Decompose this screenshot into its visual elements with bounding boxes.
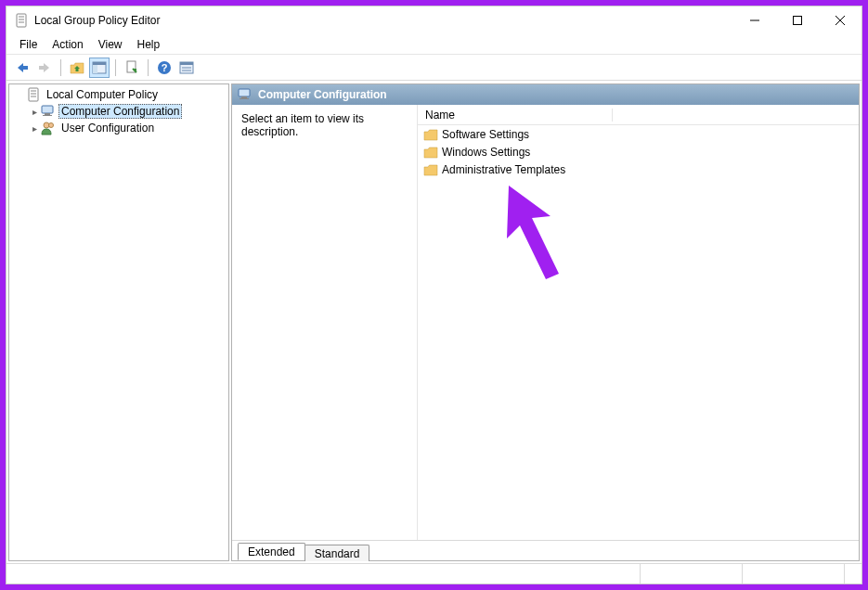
tree-node-label: Computer Configuration [58,104,182,119]
tree-root-label: Local Computer Policy [44,88,161,101]
toolbar-back-button[interactable] [12,58,32,78]
status-grip[interactable] [845,564,862,584]
content-pane: Computer Configuration Select an item to… [231,83,860,561]
tree-node-user-configuration[interactable]: ▸ User Configuration [9,120,228,136]
menu-view[interactable]: View [91,36,130,53]
status-bar [6,563,862,584]
tab-extended[interactable]: Extended [238,543,305,560]
toolbar-separator [60,59,61,76]
list-header[interactable]: Name [418,105,859,125]
window-title: Local Group Policy Editor [34,14,733,27]
users-icon [41,121,56,135]
svg-rect-24 [42,106,53,113]
toolbar-show-tree-button[interactable] [89,58,110,78]
toolbar-properties-button[interactable] [176,58,197,78]
svg-point-28 [49,123,54,128]
menu-action[interactable]: Action [45,36,90,53]
svg-rect-17 [180,62,193,65]
list-item-label: Windows Settings [442,146,530,159]
tab-standard[interactable]: Standard [304,545,370,561]
list-column: Name Software Settings Windows Settings … [418,105,859,540]
svg-rect-9 [39,66,45,70]
title-bar: Local Group Policy Editor [6,6,862,34]
svg-rect-8 [22,66,28,70]
toolbar-separator [148,59,149,76]
folder-icon [423,146,438,159]
computer-icon [238,87,253,102]
status-cell [6,564,641,584]
svg-rect-0 [17,14,26,27]
svg-rect-12 [93,65,97,73]
svg-text:?: ? [162,62,168,73]
folder-icon [423,128,438,141]
column-header-name[interactable]: Name [418,109,613,122]
status-cell [743,564,845,584]
list-item-label: Software Settings [442,128,529,141]
svg-rect-5 [794,17,802,25]
status-cell [641,564,743,584]
window-controls [733,6,862,34]
svg-rect-26 [43,115,52,116]
toolbar-export-button[interactable] [122,58,142,78]
minimize-button[interactable] [733,6,776,34]
close-button[interactable] [819,6,862,34]
policy-icon [26,87,41,102]
content-header-title: Computer Configuration [258,88,387,101]
tree-root[interactable]: Local Computer Policy [9,86,228,103]
toolbar-up-button[interactable] [67,58,87,78]
list-item-software-settings[interactable]: Software Settings [418,125,859,143]
list-item-label: Administrative Templates [442,163,565,176]
toolbar-help-button[interactable]: ? [154,58,175,78]
list-item-windows-settings[interactable]: Windows Settings [418,143,859,160]
list-item-administrative-templates[interactable]: Administrative Templates [418,160,859,178]
svg-rect-20 [29,88,38,101]
toolbar-separator [115,59,116,76]
content-header: Computer Configuration [232,84,859,105]
svg-rect-30 [241,96,247,98]
toolbar: ? [6,55,862,81]
computer-icon [41,104,56,119]
svg-rect-11 [93,62,106,65]
app-window: Local Group Policy Editor File Action Vi… [6,6,862,584]
content-tabs: Extended Standard [232,540,859,560]
tree-node-label: User Configuration [58,122,157,135]
app-icon [14,13,29,28]
expander-icon[interactable]: ▸ [28,107,41,117]
svg-rect-29 [239,89,250,96]
expander-icon[interactable]: ▸ [28,123,41,134]
main-area: Local Computer Policy ▸ Computer Configu… [6,81,862,563]
tree-pane[interactable]: Local Computer Policy ▸ Computer Configu… [8,83,229,561]
menu-file[interactable]: File [12,36,45,53]
menu-bar: File Action View Help [6,34,862,55]
toolbar-forward-button[interactable] [34,58,55,78]
description-column: Select an item to view its description. [232,105,418,540]
svg-rect-25 [45,113,50,115]
description-text: Select an item to view its description. [241,112,364,138]
tree-node-computer-configuration[interactable]: ▸ Computer Configuration [9,103,228,120]
maximize-button[interactable] [776,6,819,34]
content-body: Select an item to view its description. … [232,105,859,540]
svg-rect-31 [240,98,249,99]
folder-icon [423,163,438,176]
menu-help[interactable]: Help [130,36,168,53]
